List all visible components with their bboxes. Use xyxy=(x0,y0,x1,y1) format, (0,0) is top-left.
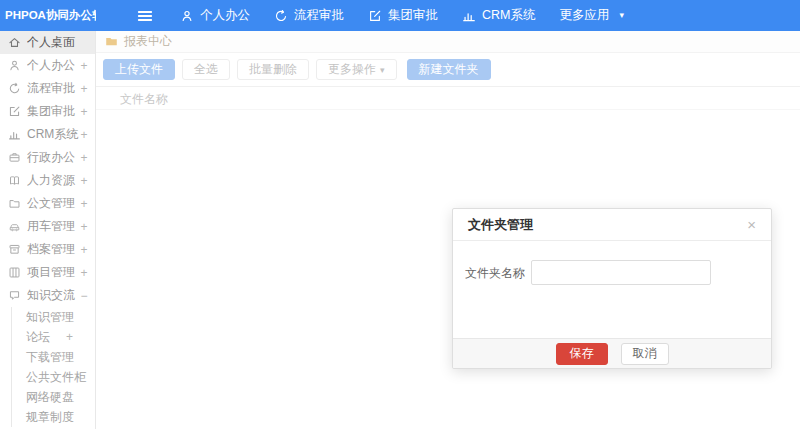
file-name-column-header: 文件名称 xyxy=(120,92,168,106)
sidebar-item-label: 行政办公 xyxy=(27,149,79,166)
sidebar-item-desktop[interactable]: 个人桌面 xyxy=(0,31,95,54)
hamburger-menu-icon[interactable] xyxy=(136,7,154,25)
expand-toggle[interactable]: + xyxy=(79,220,89,234)
chart-icon xyxy=(462,9,476,23)
folder-icon xyxy=(8,197,21,210)
user-icon xyxy=(8,59,21,72)
app-window: PHPOA协同办公软件 个人办公 流程审批 集团审批 CRM系统 更多应用 ▾ xyxy=(0,0,800,429)
file-table-header: 文件名称 xyxy=(96,86,800,110)
book-icon xyxy=(8,174,21,187)
sidebar-item-knowledge-exchange[interactable]: 知识交流 − xyxy=(0,284,95,307)
caret-down-icon: ▾ xyxy=(619,11,624,20)
sidebar-item-document-mgmt[interactable]: 公文管理 + xyxy=(0,192,95,215)
nav-crm-system[interactable]: CRM系统 xyxy=(450,0,547,31)
nav-group-approval[interactable]: 集团审批 xyxy=(356,0,450,31)
expand-toggle[interactable]: + xyxy=(79,105,89,119)
expand-toggle[interactable]: + xyxy=(79,151,89,165)
collapse-toggle[interactable]: − xyxy=(79,289,89,303)
edit-icon xyxy=(368,9,382,23)
caret-down-icon: ▾ xyxy=(380,65,385,75)
save-button[interactable]: 保存 xyxy=(556,343,608,365)
edit-icon xyxy=(8,105,21,118)
sidebar-item-label: 集团审批 xyxy=(27,103,79,120)
sidebar-item-label: 公文管理 xyxy=(27,195,79,212)
submenu-item-public-file-cabinet[interactable]: 公共文件柜 xyxy=(12,367,95,387)
toolbar: 上传文件 全选 批量删除 更多操作▾ 新建文件夹 xyxy=(96,53,800,86)
chat-icon xyxy=(8,289,21,302)
more-actions-button[interactable]: 更多操作▾ xyxy=(316,59,397,80)
sidebar-item-label: 知识交流 xyxy=(27,287,79,304)
cancel-button[interactable]: 取消 xyxy=(621,343,669,365)
sidebar-item-label: 项目管理 xyxy=(27,264,79,281)
sidebar-item-label: 个人桌面 xyxy=(27,34,79,51)
folder-icon xyxy=(105,35,118,48)
breadcrumb-label: 报表中心 xyxy=(124,33,172,50)
submenu-item-label: 下载管理 xyxy=(26,349,74,366)
sidebar-item-project-mgmt[interactable]: 项目管理 + xyxy=(0,261,95,284)
sidebar-item-label: 档案管理 xyxy=(27,241,79,258)
nav-workflow-approval[interactable]: 流程审批 xyxy=(262,0,356,31)
sidebar-item-admin-office[interactable]: 行政办公 + xyxy=(0,146,95,169)
expand-toggle[interactable]: + xyxy=(79,174,89,188)
dialog-header: 文件夹管理 × xyxy=(453,209,771,241)
dialog-footer: 保存 取消 xyxy=(453,338,771,368)
submenu-item-network-disk[interactable]: 网络硬盘 xyxy=(12,387,95,407)
expand-toggle[interactable]: + xyxy=(66,330,73,344)
more-actions-label: 更多操作 xyxy=(328,62,376,76)
expand-toggle[interactable]: + xyxy=(79,59,89,73)
briefcase-icon xyxy=(8,151,21,164)
close-icon[interactable]: × xyxy=(747,217,756,232)
breadcrumb: 报表中心 xyxy=(96,31,800,53)
top-navigation: 个人办公 流程审批 集团审批 CRM系统 更多应用 ▾ xyxy=(168,0,636,31)
sidebar: 个人桌面 个人办公 + 流程审批 + 集团审批 + CRM系统 + 行政办公 + xyxy=(0,31,96,429)
sidebar-item-archive-mgmt[interactable]: 档案管理 + xyxy=(0,238,95,261)
expand-toggle[interactable]: + xyxy=(79,266,89,280)
sidebar-item-hr[interactable]: 人力资源 + xyxy=(0,169,95,192)
new-folder-button[interactable]: 新建文件夹 xyxy=(407,59,491,80)
history-icon xyxy=(8,82,21,95)
folder-name-input[interactable] xyxy=(531,260,711,285)
archive-icon xyxy=(8,243,21,256)
dialog-title: 文件夹管理 xyxy=(468,216,747,234)
sidebar-item-personal-office[interactable]: 个人办公 + xyxy=(0,54,95,77)
folder-name-label: 文件夹名称 xyxy=(465,260,525,286)
expand-toggle[interactable]: + xyxy=(79,197,89,211)
sidebar-item-label: 用车管理 xyxy=(27,218,79,235)
submenu-item-knowledge-mgmt[interactable]: 知识管理 xyxy=(12,307,95,327)
user-icon xyxy=(180,9,194,23)
sidebar-item-crm-system[interactable]: CRM系统 + xyxy=(0,123,95,146)
sidebar-item-label: 个人办公 xyxy=(27,57,79,74)
nav-more-apps[interactable]: 更多应用 ▾ xyxy=(547,0,636,31)
dialog-body: 文件夹名称 xyxy=(453,241,771,338)
select-all-button[interactable]: 全选 xyxy=(182,59,230,80)
nav-label: 集团审批 xyxy=(388,7,438,24)
nav-label: 个人办公 xyxy=(200,7,250,24)
home-icon xyxy=(8,36,21,49)
nav-label: CRM系统 xyxy=(482,7,535,24)
submenu-item-label: 论坛 xyxy=(26,329,50,346)
submenu-item-forum[interactable]: 论坛 + xyxy=(12,327,95,347)
sidebar-item-label: 流程审批 xyxy=(27,80,79,97)
upload-file-button[interactable]: 上传文件 xyxy=(103,59,175,80)
sidebar-item-workflow-approval[interactable]: 流程审批 + xyxy=(0,77,95,100)
expand-toggle[interactable]: + xyxy=(79,243,89,257)
submenu-item-download-mgmt[interactable]: 下载管理 xyxy=(12,347,95,367)
car-icon xyxy=(8,220,21,233)
submenu-item-regulations[interactable]: 规章制度 xyxy=(12,407,95,427)
sidebar-item-group-approval[interactable]: 集团审批 + xyxy=(0,100,95,123)
batch-delete-button[interactable]: 批量删除 xyxy=(237,59,309,80)
project-icon xyxy=(8,266,21,279)
nav-personal-office[interactable]: 个人办公 xyxy=(168,0,262,31)
nav-label: 流程审批 xyxy=(294,7,344,24)
history-icon xyxy=(274,9,288,23)
expand-toggle[interactable]: + xyxy=(79,82,89,96)
expand-toggle[interactable]: + xyxy=(79,128,89,142)
chart-icon xyxy=(8,128,21,141)
topbar: PHPOA协同办公软件 个人办公 流程审批 集团审批 CRM系统 更多应用 ▾ xyxy=(0,0,800,31)
submenu-item-label: 网络硬盘 xyxy=(26,389,74,406)
knowledge-submenu: 知识管理 论坛 + 下载管理 公共文件柜 网络硬盘 规章制度 xyxy=(11,307,95,427)
app-logo: PHPOA协同办公软件 xyxy=(0,8,96,23)
sidebar-item-vehicle-mgmt[interactable]: 用车管理 + xyxy=(0,215,95,238)
submenu-item-label: 知识管理 xyxy=(26,309,74,326)
submenu-item-label: 规章制度 xyxy=(26,409,74,426)
